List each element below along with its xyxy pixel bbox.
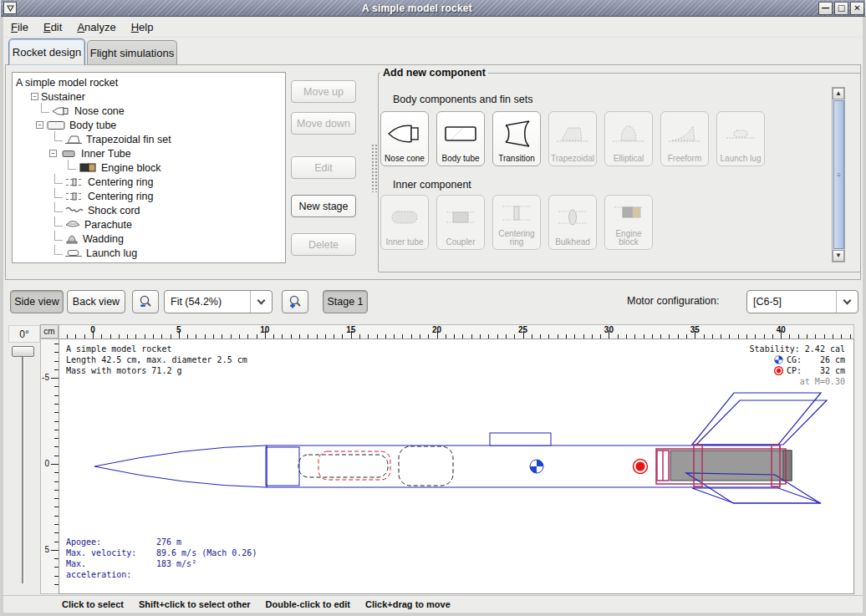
fin-set-icon [64,135,83,145]
tree-item-launch-lug[interactable]: Launch lug [13,246,285,260]
magnifier-plus-icon [288,294,303,309]
tab-rocket-design[interactable]: Rocket design [8,38,85,65]
tree-item-rocket[interactable]: A simple model rocket [13,75,285,89]
move-up-button: Move up [291,80,356,103]
stage-1-toggle[interactable]: Stage 1 [323,290,368,313]
tree-item-centering-ring-2[interactable]: Centering ring [13,189,285,203]
menu-help[interactable]: Help [124,19,161,35]
tree-item-engine-block[interactable]: Engine block [13,160,285,175]
bulkhead-icon [553,196,592,238]
add-coupler-button: Coupler [436,195,485,250]
chevron-down-icon [836,291,858,313]
cp-icon [774,366,783,375]
collapse-toggle-icon[interactable]: − [31,93,38,100]
zoom-level-select[interactable]: Fit (54.2%) [164,290,273,313]
menu-edit[interactable]: Edit [36,19,69,35]
add-bulkhead-button: Bulkhead [548,195,597,250]
motor-configuration-select[interactable]: [C6-5] [746,290,858,313]
component-tree[interactable]: A simple model rocket − Sustainer Nose c… [12,72,286,263]
rocket-info: A simple model rocket Length 42.5 cm, ma… [66,344,247,376]
edit-button: Edit [291,156,356,179]
coupler-icon [441,196,480,238]
ruler-label: 0 [90,325,95,334]
freeform-fin-icon [665,112,704,155]
body-components-label: Body components and fin sets [393,94,532,105]
body-tube-icon [441,112,480,155]
wadding-icon [64,234,79,244]
panel-divider[interactable] [371,144,377,192]
inner-tube-icon [59,150,78,158]
launch-lug-icon [721,112,760,155]
menu-analyze[interactable]: Analyze [69,19,123,35]
rotation-slider-thumb[interactable] [12,346,34,357]
collapse-toggle-icon[interactable]: − [49,150,57,157]
nose-cone-icon [385,112,424,155]
menu-file[interactable]: File [3,19,36,35]
side-view-button[interactable]: Side view [10,290,64,313]
delete-button: Delete [291,233,356,256]
launch-lug-icon [64,249,83,257]
scroll-up-icon[interactable]: ▲ [833,88,844,99]
add-launch-lug-button: Launch lug [716,111,765,166]
component-panel-scrollbar[interactable]: ▲ ≡ ▼ [832,87,845,262]
move-down-button: Move down [291,112,356,135]
back-view-button[interactable]: Back view [67,290,125,313]
new-stage-button[interactable]: New stage [291,195,356,217]
parachute-icon [64,220,81,230]
hint-double-click: Double-click to edit [266,599,350,609]
rocket-canvas[interactable]: A simple model rocket Length 42.5 cm, ma… [59,339,854,594]
ruler-label: 5 [44,545,49,554]
tree-item-sustainer[interactable]: − Sustainer [13,89,285,104]
ruler-label: 15 [346,325,355,334]
trapezoidal-fin-icon [553,112,592,155]
ruler-label: 0 [44,459,49,468]
hint-drag: Click+drag to move [365,599,451,609]
scroll-down-icon[interactable]: ▼ [833,250,844,262]
vertical-ruler: -505 [40,339,59,594]
window-frame [863,17,866,613]
ruler-label: 20 [432,325,441,334]
tree-item-wadding[interactable]: Wadding [13,232,285,246]
rotation-slider-track[interactable] [22,348,24,583]
centering-ring-icon [64,191,84,201]
title-bar[interactable]: A simple model rocket — □ ✕ [1,0,865,17]
flight-stats: Apogee:276 m Max. velocity:89.6 m/s (Mac… [66,537,257,580]
tab-flight-simulations[interactable]: Flight simulations [87,40,177,65]
ruler-unit-label: cm [40,324,59,339]
zoom-in-button[interactable] [282,290,308,313]
scrollbar-thumb[interactable]: ≡ [833,100,844,249]
body-tube-icon [46,120,66,130]
tree-item-body-tube[interactable]: − Body tube [13,118,285,132]
zoom-out-button[interactable] [132,290,159,313]
cg-marker [530,460,543,473]
ruler-label: 25 [518,325,527,334]
add-centering-ring-button: Centering ring [492,195,541,250]
add-body-tube-button[interactable]: Body tube [436,111,485,166]
inner-tube-icon [385,196,424,238]
collapse-toggle-icon[interactable]: − [36,121,43,129]
tree-item-parachute[interactable]: Parachute [13,217,285,232]
tree-item-inner-tube[interactable]: − Inner Tube [13,146,285,160]
tree-item-nose-cone[interactable]: Nose cone [13,104,285,118]
maximize-button[interactable]: □ [834,2,848,15]
ruler-label: 40 [777,325,786,334]
minimize-button[interactable]: — [818,2,833,15]
window-menu-icon[interactable] [3,2,17,14]
add-inner-tube-button: Inner tube [380,195,429,250]
hint-shift-click: Shift+click to select other [139,599,251,609]
centering-ring-icon [497,196,536,230]
tree-item-shock-cord[interactable]: Shock cord [13,203,285,217]
add-engine-block-button: Engine block [604,195,653,250]
engine-block-icon [609,196,648,230]
tree-item-fin-set[interactable]: Trapezoidal fin set [13,132,285,146]
menu-bar: File Edit Analyze Help [3,18,863,38]
close-button[interactable]: ✕ [850,2,864,15]
ruler-label: 30 [604,325,614,334]
engine-block-icon [78,163,98,172]
add-nose-cone-button[interactable]: Nose cone [380,111,429,166]
tree-item-centering-ring-1[interactable]: Centering ring [13,175,285,189]
add-transition-button[interactable]: Transition [492,111,541,166]
centering-ring-icon [64,177,84,187]
transition-icon [497,112,536,155]
nose-cone-icon [51,106,71,116]
